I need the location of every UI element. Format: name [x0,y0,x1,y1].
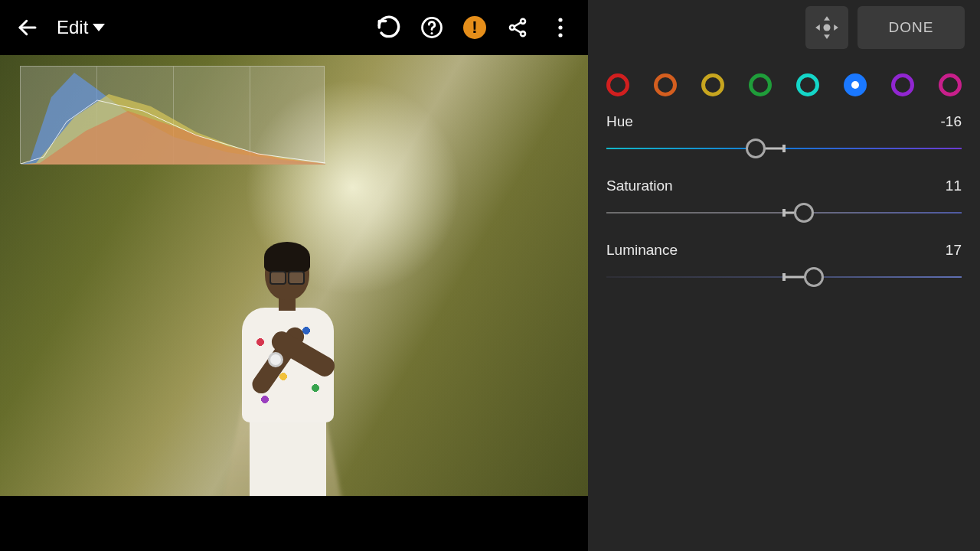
canvas-area [0,55,588,551]
share-button[interactable] [496,6,539,49]
svg-marker-1 [93,24,105,31]
svg-point-3 [431,32,433,34]
mode-dropdown[interactable]: Edit [49,17,113,38]
photo-subject [225,245,363,490]
saturation-label: Saturation [606,178,673,194]
left-pane: Edit ! [0,0,588,551]
luminance-thumb[interactable] [804,267,824,287]
share-icon [507,17,528,38]
app-root: Edit ! [0,0,980,551]
luminance-label: Luminance [606,242,678,259]
help-icon [420,16,443,39]
svg-point-10 [558,25,562,29]
histogram-icon [21,67,325,165]
svg-marker-17 [824,34,830,39]
svg-point-11 [558,33,562,37]
hue-track[interactable] [606,141,962,156]
hue-label: Hue [606,113,633,130]
swatch-red[interactable] [606,73,629,96]
hue-slider: Hue -16 [606,113,962,156]
swatch-green[interactable] [749,73,772,96]
luminance-slider: Luminance 17 [606,242,962,285]
luminance-value: 17 [946,242,962,259]
back-arrow-icon [16,16,39,39]
undo-button[interactable] [368,6,410,49]
saturation-thumb[interactable] [794,203,814,223]
photo-canvas[interactable] [0,55,588,496]
histogram-overlay[interactable] [20,66,325,164]
swatch-blue[interactable] [844,73,867,96]
swatch-purple[interactable] [891,73,914,96]
kebab-icon [551,16,570,39]
luminance-track[interactable] [606,269,962,285]
mode-label: Edit [57,17,88,38]
warning-icon: ! [463,16,486,39]
swatch-magenta[interactable] [939,73,962,96]
hue-value: -16 [941,113,962,130]
svg-marker-16 [824,16,830,21]
back-button[interactable] [6,6,49,49]
saturation-track[interactable] [606,205,962,220]
color-swatch-row [588,55,980,109]
done-button[interactable]: DONE [858,6,965,49]
svg-rect-14 [250,67,250,165]
panel-toolbar: DONE [588,0,980,55]
saturation-slider: Saturation 11 [606,178,962,220]
controls-panel: DONE Hue -16 [588,0,980,551]
pan-tool-button[interactable] [805,6,848,49]
svg-point-9 [558,18,562,21]
svg-marker-18 [815,24,820,31]
svg-line-8 [514,29,521,33]
move-icon [814,15,840,41]
saturation-value: 11 [946,178,962,194]
svg-point-15 [823,24,830,31]
swatch-orange[interactable] [654,73,677,96]
overflow-menu-button[interactable] [539,6,582,49]
swatch-yellow[interactable] [701,73,724,96]
swatch-aqua[interactable] [796,73,819,96]
svg-marker-19 [834,24,838,31]
help-button[interactable] [410,6,453,49]
top-toolbar: Edit ! [0,0,588,55]
done-label: DONE [889,19,934,36]
sliders-group: Hue -16 Saturation 11 [588,109,980,306]
undo-icon [376,15,402,41]
svg-line-7 [514,22,521,26]
chevron-down-icon [93,23,105,32]
hue-thumb[interactable] [746,139,766,158]
warning-button[interactable]: ! [453,6,496,49]
